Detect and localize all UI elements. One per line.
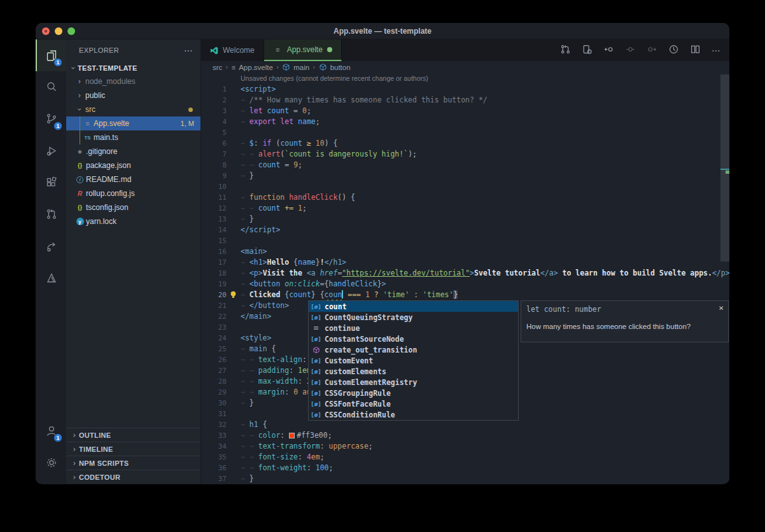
suggestion-customelements[interactable]: [ø]customElements (309, 366, 518, 377)
code-line-11[interactable]: 11→ function handleClick() { (201, 192, 729, 203)
code-line-10[interactable]: 10 (201, 181, 729, 192)
line-number: 24 (201, 333, 227, 344)
more-actions-icon[interactable]: ⋯ (712, 45, 720, 55)
code-line-35[interactable]: 35→ → font-size: 4em; (201, 452, 729, 463)
code-line-33[interactable]: 33→ → color: #ff3e00; (201, 430, 729, 441)
suggestion-create_out_transition[interactable]: create_out_transition (309, 344, 518, 355)
activity-explorer[interactable]: 1 (36, 39, 66, 71)
code-line-6[interactable]: 6→ $: if (count ≥ 10) { (201, 138, 729, 149)
activity-accounts[interactable]: 1 (36, 415, 66, 447)
file-label: package.json (86, 161, 131, 170)
file-item-app-svelte[interactable]: ≡App.svelte1, M (66, 116, 200, 130)
folder-item-src[interactable]: ›src (66, 102, 200, 116)
breadcrumb-file[interactable]: App.svelte (239, 64, 273, 71)
file-item-readme-md[interactable]: iREADME.md (66, 172, 200, 186)
suggestion-count[interactable]: [ø]count (309, 301, 518, 312)
code-line-17[interactable]: 17→ <h1>Hello {name}!</h1> (201, 257, 729, 268)
compare-changes-icon[interactable] (560, 44, 571, 57)
suggestion-continue[interactable]: ≡continue (309, 323, 518, 333)
line-number: 11 (201, 192, 227, 203)
lightbulb-icon[interactable] (229, 290, 237, 299)
code-line-34[interactable]: 34→ → text-transform: uppercase; (201, 441, 729, 452)
file-item-main-ts[interactable]: TSmain.ts (66, 130, 200, 144)
code-line-8[interactable]: 8→ → count = 9; (201, 160, 729, 171)
line-number: 17 (201, 257, 227, 268)
code-line-18[interactable]: 18→ <p>Visit the <a href="https://svelte… (201, 268, 729, 279)
suggestion-countqueuingstrategy[interactable]: [ø]CountQueuingStrategy (309, 312, 518, 323)
code-editor[interactable]: Unsaved changes (cannot determine recent… (201, 73, 729, 484)
split-editor-icon[interactable] (690, 44, 701, 57)
code-line-2[interactable]: 2→ /** How many times has someone clicke… (201, 95, 729, 106)
code-line-15[interactable]: 15 (201, 235, 729, 246)
line-number: 26 (201, 354, 227, 365)
color-swatch[interactable] (289, 433, 295, 438)
previous-change-icon[interactable] (603, 44, 614, 57)
project-root-row[interactable]: › TEST-TEMPLATE (66, 61, 200, 74)
activity-run-debug[interactable] (36, 135, 66, 167)
minimize-button[interactable] (55, 27, 62, 35)
code-line-4[interactable]: 4→ export let name; (201, 116, 729, 127)
activity-github-pull-requests[interactable] (36, 199, 66, 230)
breadcrumb-separator: › (225, 63, 228, 71)
editor-scrollbar[interactable] (720, 74, 729, 262)
sidebar-section-outline[interactable]: ›OUTLINE (66, 428, 200, 442)
code-line-14[interactable]: 14</script> (201, 225, 729, 235)
tab-label: Welcome (223, 46, 255, 55)
file-item--gitignore[interactable]: ◆.gitignore (66, 144, 200, 158)
code-line-32[interactable]: 32→ h1 { (201, 419, 729, 430)
folder-item-node-modules[interactable]: ›node_modules (66, 74, 200, 88)
activity-settings[interactable] (36, 447, 66, 479)
close-icon[interactable]: × (719, 303, 724, 312)
json-file-icon: {} (75, 203, 85, 213)
tab-welcome[interactable]: Welcome (201, 39, 264, 61)
file-item-package-json[interactable]: {}package.json (66, 158, 200, 172)
activity-azure[interactable] (36, 262, 66, 294)
open-changes-icon[interactable] (582, 44, 593, 57)
code-line-9[interactable]: 9→ } (201, 171, 729, 181)
suggestion-constantsourcenode[interactable]: [ø]ConstantSourceNode (309, 333, 518, 344)
symbol-variable-icon: [ø] (311, 368, 321, 375)
file-item-yarn-lock[interactable]: yyarn.lock (66, 214, 200, 228)
sidebar-section-codetour[interactable]: ›CODETOUR (66, 470, 200, 484)
sidebar-section-timeline[interactable]: ›TIMELINE (66, 442, 200, 456)
activity-source-control[interactable]: 1 (36, 103, 66, 135)
explorer-more-actions-icon[interactable]: ⋯ (184, 45, 193, 55)
suggestion-customevent[interactable]: [ø]CustomEvent (309, 355, 518, 366)
code-line-7[interactable]: 7→ → alert(`count is dangerously high!`)… (201, 149, 729, 160)
tab-app-svelte[interactable]: ≡ App.svelte (264, 39, 342, 61)
breadcrumb-main[interactable]: main (293, 64, 309, 71)
activity-search[interactable] (36, 71, 66, 103)
file-item-rollup-config-js[interactable]: Rrollup.config.js (66, 186, 200, 200)
code-line-16[interactable]: 16<main> (201, 246, 729, 257)
code-line-36[interactable]: 36→ → font-weight: 100; (201, 463, 729, 473)
code-line-12[interactable]: 12→ → count += 1; (201, 203, 729, 214)
suggestion-customelementregistry[interactable]: [ø]CustomElementRegistry (309, 377, 518, 388)
sidebar-section-npm-scripts[interactable]: ›NPM SCRIPTS (66, 456, 200, 470)
code-line-20[interactable]: 20→ Clicked {count} {coun === 1 ? 'time'… (201, 290, 729, 300)
breadcrumb-button[interactable]: button (330, 64, 351, 71)
change-marker-icon[interactable] (625, 44, 636, 57)
breadcrumb-src[interactable]: src (213, 64, 222, 71)
tab-label: App.svelte (287, 45, 323, 54)
close-button[interactable] (42, 27, 50, 35)
suggestion-cssgroupingrule[interactable]: [ø]CSSGroupingRule (309, 388, 518, 398)
code-line-1[interactable]: 1<script> (201, 84, 729, 95)
activity-live-share[interactable] (36, 230, 66, 262)
suggestion-cssconditionrule[interactable]: [ø]CSSConditionRule (309, 409, 518, 420)
symbol-cube-icon (319, 63, 327, 71)
activity-extensions[interactable] (36, 167, 66, 199)
file-history-icon[interactable] (668, 44, 679, 57)
symbol-variable-icon: [ø] (311, 357, 321, 364)
folder-item-public[interactable]: ›public (66, 88, 200, 102)
file-item-tsconfig-json[interactable]: {}tsconfig.json (66, 200, 200, 214)
code-line-19[interactable]: 19→ <button on:click={handleClick}> (201, 279, 729, 290)
next-change-icon[interactable] (647, 44, 657, 57)
zoom-button[interactable] (67, 27, 75, 35)
codelens-annotation[interactable]: Unsaved changes (cannot determine recent… (201, 73, 729, 84)
code-line-37[interactable]: 37→ } (201, 473, 729, 484)
code-line-5[interactable]: 5 (201, 127, 729, 138)
code-line-3[interactable]: 3→ let count = 0; (201, 106, 729, 116)
svelte-file-icon: ≡ (83, 119, 92, 129)
code-line-13[interactable]: 13→ } (201, 214, 729, 225)
suggestion-cssfontfacerule[interactable]: [ø]CSSFontFaceRule (309, 398, 518, 409)
